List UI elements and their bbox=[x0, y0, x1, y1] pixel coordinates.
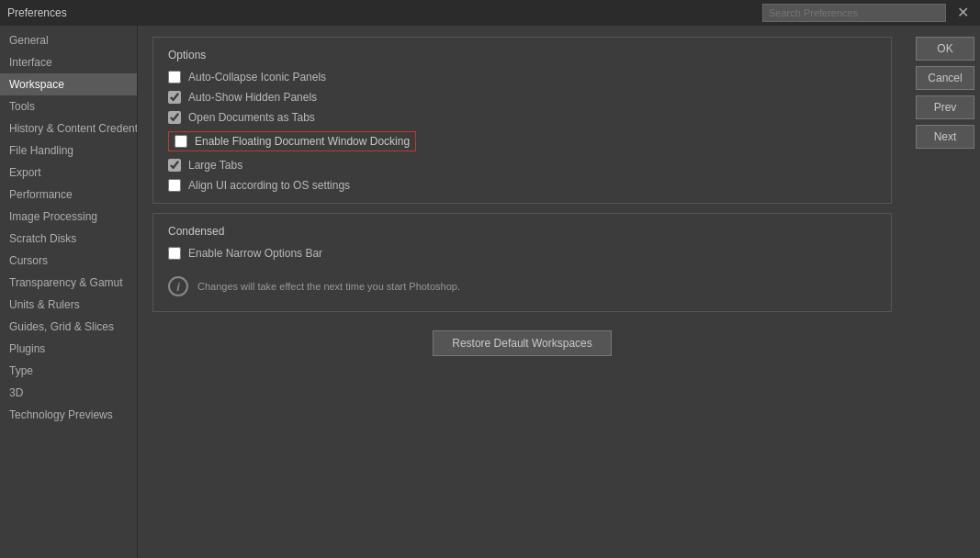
open-docs-checkbox[interactable] bbox=[168, 111, 181, 124]
option-open-docs: Open Documents as Tabs bbox=[168, 111, 876, 124]
info-message: Changes will take effect the next time y… bbox=[197, 281, 460, 292]
dialog-title: Preferences bbox=[7, 6, 67, 19]
search-input[interactable] bbox=[762, 4, 946, 22]
auto-collapse-label[interactable]: Auto-Collapse Iconic Panels bbox=[188, 71, 326, 84]
option-large-tabs: Large Tabs bbox=[168, 159, 876, 172]
sidebar-item-history[interactable]: History & Content Credentials bbox=[0, 117, 137, 140]
option-floating-dock-highlighted: Enable Floating Document Window Docking bbox=[168, 131, 416, 151]
restore-default-workspaces-button[interactable]: Restore Default Workspaces bbox=[433, 330, 612, 356]
dialog-body: GeneralInterfaceWorkspaceToolsHistory & … bbox=[0, 26, 980, 558]
sidebar-item-tech-previews[interactable]: Technology Previews bbox=[0, 404, 137, 426]
large-tabs-label[interactable]: Large Tabs bbox=[188, 159, 242, 172]
options-section-title: Options bbox=[168, 49, 876, 61]
sidebar-item-guides[interactable]: Guides, Grid & Slices bbox=[0, 316, 137, 338]
titlebar: Preferences ✕ bbox=[0, 0, 980, 26]
sidebar-item-export[interactable]: Export bbox=[0, 162, 137, 184]
sidebar-item-plugins[interactable]: Plugins bbox=[0, 338, 137, 360]
cancel-button[interactable]: Cancel bbox=[916, 66, 974, 90]
options-section: Options Auto-Collapse Iconic Panels Auto… bbox=[152, 37, 892, 204]
option-narrow-options: Enable Narrow Options Bar bbox=[168, 247, 876, 260]
sidebar-item-scratch-disks[interactable]: Scratch Disks bbox=[0, 228, 137, 250]
large-tabs-checkbox[interactable] bbox=[168, 159, 181, 172]
sidebar-item-3d[interactable]: 3D bbox=[0, 382, 137, 404]
info-row: i Changes will take effect the next time… bbox=[168, 267, 876, 300]
sidebar-item-cursors[interactable]: Cursors bbox=[0, 250, 137, 272]
floating-dock-label[interactable]: Enable Floating Document Window Docking bbox=[195, 135, 410, 148]
sidebar: GeneralInterfaceWorkspaceToolsHistory & … bbox=[0, 26, 138, 558]
sidebar-item-workspace[interactable]: Workspace bbox=[0, 73, 137, 95]
sidebar-item-transparency[interactable]: Transparency & Gamut bbox=[0, 272, 137, 294]
prev-button[interactable]: Prev bbox=[916, 95, 974, 119]
titlebar-controls: ✕ bbox=[762, 4, 973, 22]
option-auto-show: Auto-Show Hidden Panels bbox=[168, 91, 876, 104]
sidebar-item-general[interactable]: General bbox=[0, 29, 137, 51]
action-buttons: OK Cancel Prev Next bbox=[907, 26, 980, 558]
sidebar-item-interface[interactable]: Interface bbox=[0, 51, 137, 73]
narrow-options-label[interactable]: Enable Narrow Options Bar bbox=[188, 247, 322, 260]
sidebar-item-performance[interactable]: Performance bbox=[0, 184, 137, 206]
condensed-section: Condensed Enable Narrow Options Bar i Ch… bbox=[152, 213, 892, 312]
sidebar-item-units-rulers[interactable]: Units & Rulers bbox=[0, 294, 137, 316]
open-docs-label[interactable]: Open Documents as Tabs bbox=[188, 111, 315, 124]
sidebar-item-image-processing[interactable]: Image Processing bbox=[0, 206, 137, 228]
condensed-section-title: Condensed bbox=[168, 225, 876, 238]
align-ui-checkbox[interactable] bbox=[168, 179, 181, 192]
align-ui-label[interactable]: Align UI according to OS settings bbox=[188, 179, 350, 192]
option-align-ui: Align UI according to OS settings bbox=[168, 179, 876, 192]
option-auto-collapse: Auto-Collapse Iconic Panels bbox=[168, 71, 876, 84]
auto-collapse-checkbox[interactable] bbox=[168, 71, 181, 84]
main-content: Options Auto-Collapse Iconic Panels Auto… bbox=[138, 26, 907, 558]
narrow-options-checkbox[interactable] bbox=[168, 247, 181, 260]
close-button[interactable]: ✕ bbox=[953, 6, 973, 20]
preferences-dialog: Preferences ✕ GeneralInterfaceWorkspaceT… bbox=[0, 0, 980, 558]
sidebar-item-file-handling[interactable]: File Handling bbox=[0, 140, 137, 162]
auto-show-label[interactable]: Auto-Show Hidden Panels bbox=[188, 91, 317, 104]
ok-button[interactable]: OK bbox=[916, 37, 974, 61]
next-button[interactable]: Next bbox=[916, 125, 974, 149]
floating-dock-checkbox[interactable] bbox=[175, 135, 187, 148]
info-icon: i bbox=[168, 276, 188, 296]
auto-show-checkbox[interactable] bbox=[168, 91, 181, 104]
sidebar-item-tools[interactable]: Tools bbox=[0, 95, 137, 117]
sidebar-item-type[interactable]: Type bbox=[0, 360, 137, 382]
